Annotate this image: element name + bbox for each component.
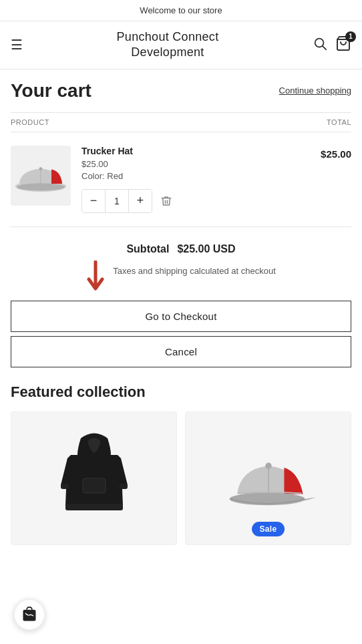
down-arrow-icon xyxy=(86,261,105,293)
menu-icon[interactable]: ☰ xyxy=(11,37,23,53)
svg-point-12 xyxy=(265,462,271,468)
featured-card-cap[interactable]: Sale xyxy=(185,412,351,545)
qty-decrease-button[interactable]: − xyxy=(82,190,105,212)
featured-card-hoodie[interactable] xyxy=(11,412,177,545)
arrow-row: Taxes and shipping calculated at checkou… xyxy=(11,261,351,293)
top-banner: Welcome to our store xyxy=(0,0,362,21)
cart-badge-count: 1 xyxy=(345,31,356,42)
col-total-label: TOTAL xyxy=(327,118,351,126)
page-content: Your cart Continue shopping PRODUCT TOTA… xyxy=(0,69,362,227)
cart-item-color: Color: Red xyxy=(81,171,310,181)
shopify-chat-button[interactable] xyxy=(13,599,45,631)
cart-header-row: Your cart Continue shopping xyxy=(11,80,351,102)
subtotal-section: Subtotal $25.00 USD Taxes and shipping c… xyxy=(0,227,362,301)
svg-rect-9 xyxy=(61,484,69,489)
svg-rect-10 xyxy=(120,484,128,489)
cart-item-details: Trucker Hat $25.00 Color: Red − + xyxy=(81,146,310,213)
sale-badge: Sale xyxy=(252,522,285,536)
cart-item-image xyxy=(11,146,71,206)
quantity-stepper: − + xyxy=(81,189,152,213)
col-product-label: PRODUCT xyxy=(11,118,49,126)
column-headers: PRODUCT TOTAL xyxy=(11,112,351,132)
banner-text: Welcome to our store xyxy=(140,5,222,15)
featured-title: Featured collection xyxy=(11,383,351,401)
qty-input[interactable] xyxy=(105,190,129,212)
header: ☰ Punchout Connect Development 1 xyxy=(0,21,362,69)
svg-line-1 xyxy=(323,46,326,49)
continue-shopping-link[interactable]: Continue shopping xyxy=(279,86,351,96)
svg-rect-11 xyxy=(83,478,106,493)
svg-rect-8 xyxy=(65,504,123,510)
cart-item-price: $25.00 xyxy=(81,159,310,169)
cart-icon[interactable]: 1 xyxy=(335,35,351,55)
qty-increase-button[interactable]: + xyxy=(129,190,152,212)
quantity-row: − + xyxy=(81,189,310,213)
header-icons: 1 xyxy=(313,35,351,55)
store-title: Punchout Connect Development xyxy=(117,29,219,61)
checkout-section: Go to Checkout Cancel xyxy=(0,301,362,367)
taxes-note: Taxes and shipping calculated at checkou… xyxy=(113,261,276,276)
svg-point-6 xyxy=(17,183,65,190)
go-to-checkout-button[interactable]: Go to Checkout xyxy=(11,301,351,332)
svg-point-5 xyxy=(39,167,43,170)
subtotal-amount: $25.00 USD xyxy=(177,243,235,255)
search-icon[interactable] xyxy=(313,36,327,54)
cart-title: Your cart xyxy=(11,80,92,102)
featured-grid: Sale xyxy=(11,412,351,545)
subtotal-label: Subtotal xyxy=(126,243,169,255)
delete-item-button[interactable] xyxy=(160,195,172,207)
featured-section: Featured collection xyxy=(0,367,362,545)
cancel-button[interactable]: Cancel xyxy=(11,336,351,367)
cart-item: Trucker Hat $25.00 Color: Red − + xyxy=(11,132,351,227)
cart-item-name: Trucker Hat xyxy=(81,146,310,156)
cart-item-total: $25.00 xyxy=(321,146,351,160)
subtotal-row: Subtotal $25.00 USD xyxy=(126,243,235,255)
